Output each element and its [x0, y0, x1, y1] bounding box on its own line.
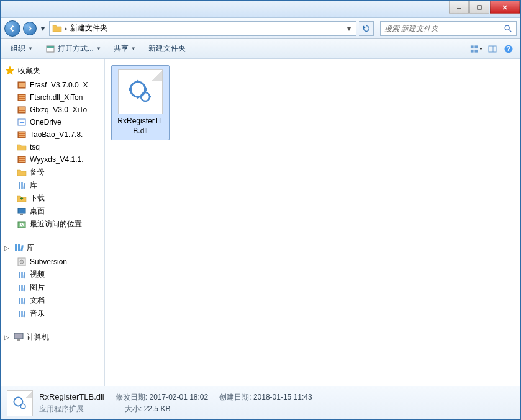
sidebar-item[interactable]: 视频: [1, 268, 104, 281]
search-box[interactable]: [380, 21, 517, 36]
svg-rect-22: [19, 97, 25, 98]
svg-rect-41: [20, 214, 23, 215]
window-controls: [449, 1, 520, 14]
svg-rect-27: [19, 111, 25, 112]
favorites-group[interactable]: 收藏夹: [1, 63, 104, 79]
sidebar-item-label: TaoBao_V1.7.8.: [30, 130, 83, 139]
close-button[interactable]: [490, 1, 520, 14]
expand-icon: ▷: [4, 244, 11, 251]
svg-rect-74: [149, 96, 151, 97]
svg-rect-19: [19, 86, 25, 87]
view-options-button[interactable]: ▼: [469, 42, 483, 56]
svg-rect-26: [19, 109, 25, 110]
details-size: 22.5 KB: [144, 404, 171, 413]
sidebar-item-label: Glxzq_V3.0_XiTo: [30, 105, 87, 114]
svg-rect-50: [21, 272, 23, 278]
svg-rect-45: [18, 244, 20, 251]
sidebar-item-label: tsq: [30, 143, 40, 151]
sidebar-item[interactable]: 库: [1, 179, 104, 192]
navigation-bar: ▾ ▸ 新建文件夹 ▾: [1, 18, 520, 39]
details-filename: RxRegisterTLB.dll: [39, 392, 104, 401]
new-folder-button[interactable]: 新建文件夹: [143, 41, 191, 56]
maximize-button[interactable]: [469, 1, 489, 14]
svg-rect-12: [489, 46, 496, 52]
sidebar-item-label: 音乐: [30, 308, 45, 319]
sidebar-item[interactable]: 最近访问的位置: [1, 218, 104, 231]
sidebar-item[interactable]: TaoBao_V1.7.8.: [1, 128, 104, 141]
svg-rect-53: [21, 285, 23, 291]
svg-point-76: [20, 404, 25, 409]
svg-rect-30: [19, 132, 25, 133]
address-dropdown[interactable]: ▾: [345, 24, 353, 33]
sidebar-item[interactable]: 音乐: [1, 307, 104, 320]
svg-rect-55: [19, 298, 20, 304]
history-dropdown[interactable]: ▾: [39, 24, 47, 33]
sidebar-item-label: Subversion: [30, 257, 67, 266]
file-item[interactable]: RxRegisterTLB.dll: [111, 65, 170, 140]
help-button[interactable]: ?: [502, 42, 515, 56]
sidebar-item[interactable]: 下载: [1, 192, 104, 205]
library-icon: [13, 242, 24, 253]
refresh-button[interactable]: [359, 21, 374, 36]
svg-rect-25: [19, 107, 25, 109]
svg-rect-71: [145, 91, 146, 93]
svg-line-5: [509, 29, 512, 32]
share-button[interactable]: 共享▼: [109, 41, 141, 56]
svg-rect-21: [19, 95, 25, 96]
file-thumbnail: [118, 69, 163, 114]
sidebar-item[interactable]: 桌面: [1, 205, 104, 218]
svg-rect-36: [19, 161, 25, 162]
svg-rect-60: [23, 311, 25, 316]
svg-rect-72: [145, 101, 146, 102]
sidebar-item-label: Wyyxds_V4.1.1.: [30, 155, 84, 164]
details-text: RxRegisterTLB.dll 修改日期: 2017-02-01 18:02…: [39, 392, 514, 414]
open-with-button[interactable]: 打开方式...▼: [40, 41, 106, 56]
expand-icon: ▷: [4, 334, 11, 341]
svg-rect-23: [19, 99, 25, 100]
sidebar-item-label: Frasf_V3.7.0.0_X: [30, 81, 88, 89]
file-list[interactable]: RxRegisterTLB.dll: [105, 59, 520, 386]
computer-group[interactable]: ▷ 计算机: [1, 329, 104, 345]
sidebar-item[interactable]: tsq: [1, 141, 104, 153]
forward-button[interactable]: [23, 22, 37, 35]
svg-rect-66: [129, 88, 132, 91]
sidebar-item-label: Ftsrch.dll_XiTon: [30, 93, 83, 102]
sidebar-item[interactable]: 备份: [1, 166, 104, 179]
sidebar-item[interactable]: Frasf_V3.7.0.0_X: [1, 79, 104, 91]
libraries-group[interactable]: ▷ 库: [1, 239, 104, 256]
sidebar-item[interactable]: Glxzq_V3.0_XiTo: [1, 104, 104, 116]
sidebar-item-label: 备份: [30, 167, 45, 177]
svg-rect-9: [474, 45, 478, 48]
sidebar-item-label: 下载: [30, 193, 45, 203]
sidebar-item[interactable]: 文档: [1, 294, 104, 307]
minimize-button[interactable]: [449, 1, 469, 14]
details-created: 2018-01-15 11:43: [253, 393, 312, 401]
search-input[interactable]: [384, 24, 500, 33]
svg-rect-46: [20, 245, 24, 251]
sidebar-item-label: 桌面: [30, 206, 45, 217]
navigation-pane[interactable]: 收藏夹 Frasf_V3.7.0.0_XFtsrch.dll_XiTonGlxz…: [1, 59, 105, 386]
sidebar-item-label: 视频: [30, 269, 45, 280]
svg-rect-73: [140, 96, 142, 97]
sidebar-item[interactable]: OneDrive: [1, 116, 104, 128]
chevron-right-icon: ▸: [65, 25, 68, 32]
sidebar-item[interactable]: Wyyxds_V4.1.1.: [1, 153, 104, 166]
svg-rect-31: [19, 134, 25, 135]
svg-rect-1: [478, 6, 481, 9]
back-button[interactable]: [4, 20, 20, 37]
organize-button[interactable]: 组织▼: [6, 41, 38, 56]
search-icon: [504, 24, 512, 33]
breadcrumb-item[interactable]: 新建文件夹: [70, 23, 107, 34]
svg-rect-62: [17, 339, 20, 341]
svg-point-63: [130, 82, 145, 97]
address-bar[interactable]: ▸ 新建文件夹 ▾: [49, 21, 356, 36]
svg-rect-39: [23, 182, 25, 188]
sidebar-item[interactable]: 图片: [1, 281, 104, 294]
dll-icon: [11, 395, 29, 412]
sidebar-item[interactable]: Ftsrch.dll_XiTon: [1, 91, 104, 104]
toolbar: 组织▼ 打开方式...▼ 共享▼ 新建文件夹 ▼ ?: [1, 39, 520, 59]
svg-rect-37: [19, 182, 20, 189]
details-modified: 2017-02-01 18:02: [149, 393, 208, 401]
sidebar-item[interactable]: Subversion: [1, 256, 104, 268]
preview-pane-button[interactable]: [486, 42, 499, 56]
